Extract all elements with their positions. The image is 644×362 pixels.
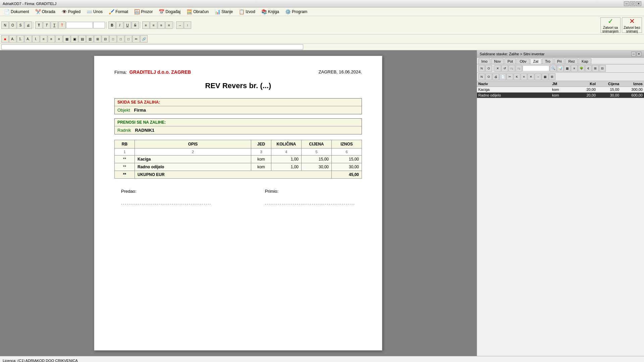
tb2-btn-16[interactable]: □ — [117, 35, 124, 43]
font-size-input[interactable]: 10 — [93, 22, 105, 28]
tab-kap[interactable]: Kap — [579, 58, 591, 64]
tab-obv[interactable]: Obv — [517, 58, 529, 64]
table-row: ** Radno odijelo kom 1,00 30,00 30,00 — [115, 163, 362, 171]
panel-open-button[interactable]: O — [485, 65, 492, 72]
panel-tb2-btn11[interactable]: ⊞ — [549, 73, 555, 80]
font-name-input[interactable]: Arial — [66, 22, 93, 28]
tb2-btn-8[interactable]: ≡ — [55, 35, 63, 43]
panel-tb2-btn2[interactable]: O — [485, 73, 492, 80]
panel-tb2-btn10[interactable]: ▦ — [542, 73, 548, 80]
strikethrough-button[interactable]: S — [131, 21, 139, 29]
tb2-btn-2[interactable]: A. — [9, 35, 16, 43]
color-T-button[interactable]: T — [58, 21, 66, 29]
panel-btn-sort2[interactable]: ↑↓ — [516, 65, 522, 72]
tb2-btn-7[interactable]: ≡ — [48, 35, 55, 43]
panel-list-item[interactable]: Radno odijelo kom 20,00 30,00 600,00 — [477, 93, 644, 98]
menu-pogled[interactable]: 👁️ Pogled — [59, 8, 83, 15]
align-right-button[interactable]: ≡ — [158, 21, 165, 29]
menu-dogadaj[interactable]: 📅 Događaj — [156, 8, 183, 15]
outdent-button[interactable]: ↑ — [184, 21, 191, 29]
panel-btn-list[interactable]: ≡ — [571, 65, 578, 72]
italic-T-button[interactable]: T — [43, 21, 50, 29]
panel-tb2-btn8[interactable]: ✕ — [528, 73, 534, 80]
open-button[interactable]: O — [9, 21, 16, 29]
menu-dokument[interactable]: 📄 Dokument — [1, 8, 32, 15]
align-left-button[interactable]: ≡ — [142, 21, 150, 29]
predao-label: Predao: — [121, 189, 211, 194]
align-justify-button[interactable]: ≡ — [165, 21, 173, 29]
tab-pri[interactable]: Pri — [554, 58, 565, 64]
panel-tb2-btn4[interactable]: 📄 — [499, 73, 506, 80]
panel-btn-more1[interactable]: ⊞ — [592, 65, 599, 72]
new-button[interactable]: N — [1, 21, 9, 29]
address-input[interactable] — [1, 44, 303, 50]
menu-obrada[interactable]: ✂️ Obrada — [33, 8, 58, 15]
menu-knjiga[interactable]: 📚 Knjiga — [259, 8, 282, 15]
panel-tb2-btn7[interactable]: ≡ — [521, 73, 527, 80]
tab-pot[interactable]: Pot — [504, 58, 516, 64]
panel-search-button[interactable]: 🔍 — [550, 65, 556, 72]
menu-program[interactable]: ⚙️ Program — [282, 8, 310, 15]
tb2-btn-4[interactable]: A. — [24, 35, 32, 43]
tab-nov[interactable]: Nov — [491, 58, 504, 64]
tb2-btn-11[interactable]: ▤ — [78, 35, 86, 43]
tb2-btn-1[interactable]: ■ — [1, 35, 9, 43]
tb2-btn-18[interactable]: ✏ — [132, 35, 140, 43]
panel-btn-euro[interactable]: € — [585, 65, 592, 72]
panel-btn-table[interactable]: ▦ — [564, 65, 571, 72]
panel-tb2-btn3[interactable]: 🖨 — [492, 73, 499, 80]
bold-button[interactable]: B — [108, 21, 116, 29]
indent-button[interactable]: → — [176, 21, 183, 29]
tb2-btn-14[interactable]: ⊟ — [102, 35, 109, 43]
panel-new-button[interactable]: N — [478, 65, 485, 72]
tb2-btn-17[interactable]: □ — [125, 35, 132, 43]
panel-tb2-btn9[interactable]: → — [535, 73, 541, 80]
tb2-btn-5[interactable]: I. — [32, 35, 40, 43]
panel-btn-x[interactable]: ✕ — [494, 65, 501, 72]
tab-imo[interactable]: Imo — [478, 58, 490, 64]
cell-jed: kom — [251, 156, 271, 163]
tb2-btn-15[interactable]: □ — [109, 35, 117, 43]
underline-T-button[interactable]: T — [51, 21, 58, 29]
panel-close-button[interactable]: ✕ — [637, 52, 641, 56]
tab-tro[interactable]: Tro — [542, 58, 553, 64]
menu-obracun[interactable]: 🧮 Obračun — [184, 8, 211, 15]
panel-search-input[interactable] — [523, 65, 549, 71]
panel-tb2-btn1[interactable]: N — [478, 73, 485, 80]
tab-zal[interactable]: Zal — [530, 58, 541, 64]
panel-minimize-button[interactable]: ─ — [631, 52, 636, 56]
panel-btn-ref[interactable]: ↺ — [501, 65, 508, 72]
menu-izvod[interactable]: 📋 Izvod — [236, 8, 258, 15]
panel-btn-tree[interactable]: 🌳 — [578, 65, 585, 72]
save-button[interactable]: S — [17, 21, 24, 29]
tb2-btn-6[interactable]: ≡ — [40, 35, 47, 43]
restore-button[interactable]: □ — [630, 1, 635, 6]
minimize-button[interactable]: ─ — [624, 1, 629, 6]
panel-list-item[interactable]: Kaciga kom 20,00 15,00 300,00 — [477, 87, 644, 93]
menu-format[interactable]: 🖌️ Format — [106, 8, 131, 15]
tb2-btn-9[interactable]: ▦ — [63, 35, 70, 43]
panel-tb2-btn6[interactable]: K — [514, 73, 520, 80]
align-center-button[interactable]: ≡ — [150, 21, 157, 29]
tb2-btn-19[interactable]: 🔗 — [140, 35, 148, 43]
tb2-btn-12[interactable]: ▥ — [86, 35, 94, 43]
tb2-btn-10[interactable]: ▣ — [71, 35, 78, 43]
menu-prozor[interactable]: 🪟 Prozor — [131, 8, 155, 15]
panel-btn-sort1[interactable]: ↑↓ — [508, 65, 515, 72]
underline-button[interactable]: U — [124, 21, 131, 29]
tb2-btn-13[interactable]: ⊞ — [94, 35, 101, 43]
panel-tb2-btn5[interactable]: ✂ — [506, 73, 513, 80]
save-with-button[interactable]: ✓ Zatvori sa snimanjem — [600, 17, 621, 33]
close-button[interactable]: ✕ — [636, 1, 641, 6]
italic-button[interactable]: I — [116, 21, 123, 29]
tb2-btn-3[interactable]: 1. — [17, 35, 24, 43]
tab-rez[interactable]: Rez — [565, 58, 578, 64]
cancel-without-button[interactable]: ✕ Zatvori bez snimanj — [622, 17, 642, 33]
bold-T-button[interactable]: T — [35, 21, 43, 29]
panel-btn-graph[interactable]: 📊 — [557, 65, 564, 72]
menu-stanje[interactable]: 📊 Stanje — [212, 8, 235, 15]
header-kol: Kol — [572, 82, 596, 86]
menu-unos[interactable]: ⌨️ Unos — [84, 8, 105, 15]
print-button[interactable]: 🖨 — [24, 21, 32, 29]
panel-btn-more2[interactable]: ⊟ — [599, 65, 606, 72]
